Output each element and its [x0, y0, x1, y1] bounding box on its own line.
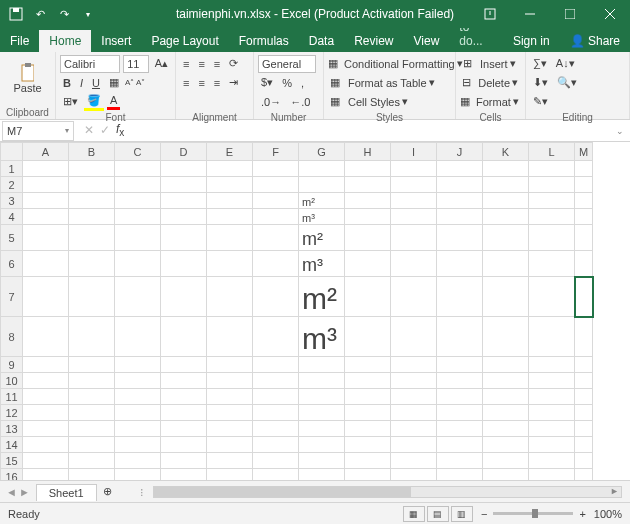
- tab-view[interactable]: View: [404, 30, 450, 52]
- cell-J16[interactable]: [437, 469, 483, 481]
- cell-H4[interactable]: [345, 209, 391, 225]
- cell-H16[interactable]: [345, 469, 391, 481]
- decrease-decimal-icon[interactable]: ←.0: [287, 95, 313, 109]
- cell-L13[interactable]: [529, 421, 575, 437]
- cell-F10[interactable]: [253, 373, 299, 389]
- cell-M12[interactable]: [575, 405, 593, 421]
- cell-L8[interactable]: [529, 317, 575, 357]
- cell-A6[interactable]: [23, 251, 69, 277]
- increase-decimal-icon[interactable]: .0→: [258, 95, 284, 109]
- cell-H10[interactable]: [345, 373, 391, 389]
- cell-H13[interactable]: [345, 421, 391, 437]
- cell-G8[interactable]: m³: [299, 317, 345, 357]
- cell-D7[interactable]: [161, 277, 207, 317]
- cell-J4[interactable]: [437, 209, 483, 225]
- cell-E4[interactable]: [207, 209, 253, 225]
- cell-I9[interactable]: [391, 357, 437, 373]
- cell-K11[interactable]: [483, 389, 529, 405]
- col-header[interactable]: H: [345, 143, 391, 161]
- cell-M11[interactable]: [575, 389, 593, 405]
- sheet-tab[interactable]: Sheet1: [36, 484, 97, 501]
- row-header[interactable]: 7: [1, 277, 23, 317]
- cell-E1[interactable]: [207, 161, 253, 177]
- cell-J13[interactable]: [437, 421, 483, 437]
- cell-A8[interactable]: [23, 317, 69, 357]
- align-right-icon[interactable]: ≡: [211, 76, 223, 90]
- row-header[interactable]: 8: [1, 317, 23, 357]
- sort-filter-icon[interactable]: A↓▾: [553, 56, 578, 71]
- cell-F3[interactable]: [253, 193, 299, 209]
- cell-I5[interactable]: [391, 225, 437, 251]
- cell-E5[interactable]: [207, 225, 253, 251]
- border-dropdown[interactable]: ⊞▾: [60, 94, 81, 109]
- tab-home[interactable]: Home: [39, 30, 91, 52]
- row-header[interactable]: 5: [1, 225, 23, 251]
- cell-I1[interactable]: [391, 161, 437, 177]
- cell-G11[interactable]: [299, 389, 345, 405]
- cell-C8[interactable]: [115, 317, 161, 357]
- share-button[interactable]: 👤 Share: [560, 30, 630, 52]
- enter-formula-icon[interactable]: ✓: [100, 123, 110, 137]
- zoom-in-button[interactable]: +: [579, 508, 585, 520]
- insert-cells-button[interactable]: Insert ▾: [477, 56, 519, 71]
- cell-M7[interactable]: [575, 277, 593, 317]
- redo-icon[interactable]: ↷: [54, 4, 74, 24]
- worksheet-grid[interactable]: ABCDEFGHIJKLM123m²4m³5m²6m³7m²8m³9101112…: [0, 142, 630, 480]
- cell-G6[interactable]: m³: [299, 251, 345, 277]
- cell-F2[interactable]: [253, 177, 299, 193]
- font-name-combo[interactable]: Calibri: [60, 55, 120, 73]
- cell-H5[interactable]: [345, 225, 391, 251]
- cell-D2[interactable]: [161, 177, 207, 193]
- cell-A12[interactable]: [23, 405, 69, 421]
- cell-F1[interactable]: [253, 161, 299, 177]
- cell-A4[interactable]: [23, 209, 69, 225]
- cell-J10[interactable]: [437, 373, 483, 389]
- cell-F11[interactable]: [253, 389, 299, 405]
- cell-A10[interactable]: [23, 373, 69, 389]
- tab-file[interactable]: File: [0, 30, 39, 52]
- expand-formula-bar-icon[interactable]: ⌄: [616, 126, 630, 136]
- cell-F9[interactable]: [253, 357, 299, 373]
- cell-L11[interactable]: [529, 389, 575, 405]
- cell-G2[interactable]: [299, 177, 345, 193]
- cell-H11[interactable]: [345, 389, 391, 405]
- sign-in-link[interactable]: Sign in: [503, 30, 560, 52]
- cell-C1[interactable]: [115, 161, 161, 177]
- cell-K2[interactable]: [483, 177, 529, 193]
- format-cells-button[interactable]: Format ▾: [473, 94, 522, 109]
- fx-icon[interactable]: fx: [116, 122, 124, 138]
- cell-G9[interactable]: [299, 357, 345, 373]
- cell-I12[interactable]: [391, 405, 437, 421]
- zoom-slider[interactable]: [493, 512, 573, 515]
- cell-M8[interactable]: [575, 317, 593, 357]
- cell-G4[interactable]: m³: [299, 209, 345, 225]
- zoom-out-button[interactable]: −: [481, 508, 487, 520]
- cell-L16[interactable]: [529, 469, 575, 481]
- cell-E15[interactable]: [207, 453, 253, 469]
- cell-D3[interactable]: [161, 193, 207, 209]
- cell-F8[interactable]: [253, 317, 299, 357]
- col-header[interactable]: B: [69, 143, 115, 161]
- cell-F7[interactable]: [253, 277, 299, 317]
- cell-E9[interactable]: [207, 357, 253, 373]
- col-header[interactable]: F: [253, 143, 299, 161]
- row-header[interactable]: 11: [1, 389, 23, 405]
- cell-I4[interactable]: [391, 209, 437, 225]
- qat-customize-icon[interactable]: ▾: [78, 4, 98, 24]
- cell-F5[interactable]: [253, 225, 299, 251]
- col-header[interactable]: L: [529, 143, 575, 161]
- cell-K10[interactable]: [483, 373, 529, 389]
- cell-D5[interactable]: [161, 225, 207, 251]
- cell-C3[interactable]: [115, 193, 161, 209]
- cell-E11[interactable]: [207, 389, 253, 405]
- tab-review[interactable]: Review: [344, 30, 403, 52]
- cell-C6[interactable]: [115, 251, 161, 277]
- cell-K3[interactable]: [483, 193, 529, 209]
- cell-I8[interactable]: [391, 317, 437, 357]
- cell-E13[interactable]: [207, 421, 253, 437]
- cell-K16[interactable]: [483, 469, 529, 481]
- tab-insert[interactable]: Insert: [91, 30, 141, 52]
- cell-B5[interactable]: [69, 225, 115, 251]
- cell-F13[interactable]: [253, 421, 299, 437]
- cell-J1[interactable]: [437, 161, 483, 177]
